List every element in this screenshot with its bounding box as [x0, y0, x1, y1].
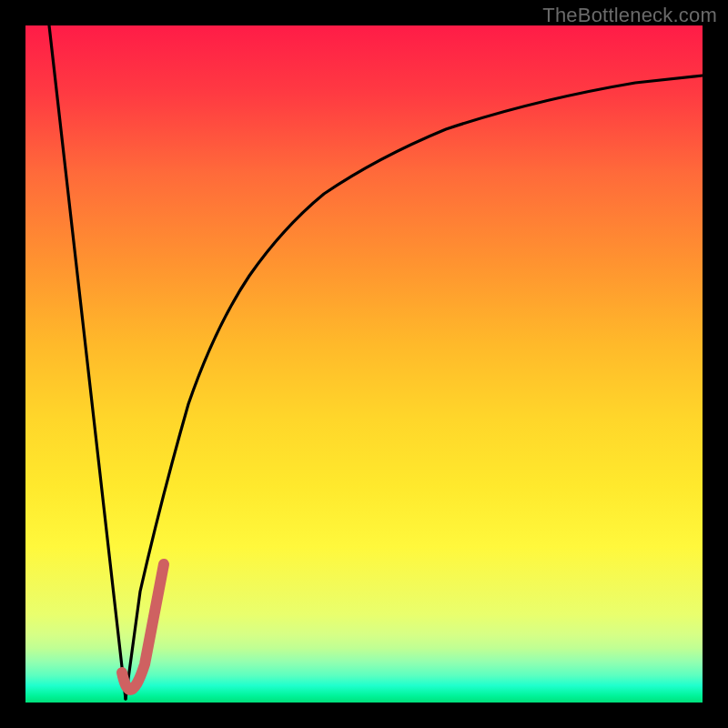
- attribution-text: TheBottleneck.com: [542, 4, 717, 27]
- left-branch-line: [49, 25, 126, 699]
- chart-frame: TheBottleneck.com: [0, 0, 728, 728]
- right-branch-line: [126, 76, 703, 699]
- curve-layer: [25, 25, 703, 703]
- plot-area: [25, 25, 703, 703]
